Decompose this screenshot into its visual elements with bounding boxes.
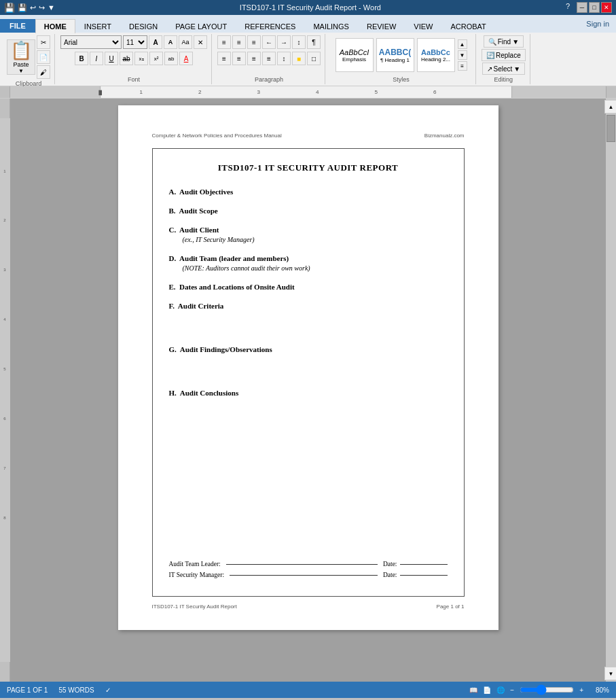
undo-icon[interactable]: ↩ bbox=[30, 3, 36, 12]
style-scroll-up[interactable]: ▲ bbox=[458, 39, 467, 49]
multilevel-list-btn[interactable]: ≡ bbox=[247, 35, 261, 49]
tab-mailings[interactable]: MAILINGS bbox=[304, 19, 358, 33]
style-scroll-down[interactable]: ▼ bbox=[458, 50, 467, 60]
italic-btn[interactable]: I bbox=[90, 52, 103, 65]
close-btn[interactable]: ✕ bbox=[601, 2, 612, 13]
align-left-btn[interactable]: ≡ bbox=[217, 52, 231, 65]
font-color-btn[interactable]: A bbox=[179, 52, 193, 65]
subscript-btn[interactable]: x₂ bbox=[134, 52, 148, 65]
svg-rect-2 bbox=[512, 86, 606, 98]
align-right-btn[interactable]: ≡ bbox=[247, 52, 261, 65]
scroll-up-btn[interactable]: ▲ bbox=[604, 100, 617, 113]
clipboard-content: 📋 Paste ▼ ✂ 📄 🖌 bbox=[7, 35, 50, 79]
sig-manager-line bbox=[230, 575, 378, 576]
header-left: Computer & Network Policies and Procedur… bbox=[152, 133, 282, 139]
tab-view[interactable]: VIEW bbox=[405, 19, 441, 33]
shading-btn[interactable]: ■ bbox=[292, 52, 306, 65]
vertical-scrollbar[interactable]: ▲ ▼ bbox=[606, 99, 616, 682]
font-shrink-btn[interactable]: A bbox=[164, 35, 177, 49]
tab-file[interactable]: FILE bbox=[0, 19, 35, 33]
strikethrough-btn[interactable]: ab bbox=[120, 52, 133, 65]
replace-button[interactable]: 🔄 Replace bbox=[482, 49, 526, 61]
editing-group: 🔍 Find ▼ 🔄 Replace ↗ Select ▼ Editing bbox=[477, 34, 530, 84]
font-grow-btn[interactable]: A bbox=[149, 35, 162, 49]
justify-btn[interactable]: ≡ bbox=[262, 52, 276, 65]
section-b-label: B. Audit Scope bbox=[169, 207, 218, 215]
doc-scroll-area[interactable]: Computer & Network Policies and Procedur… bbox=[10, 99, 606, 682]
clear-format-btn[interactable]: ✕ bbox=[194, 35, 207, 49]
style-more[interactable]: ≡ bbox=[458, 61, 467, 71]
svg-text:5: 5 bbox=[375, 90, 378, 95]
format-painter-button[interactable]: 🖌 bbox=[37, 65, 50, 79]
zoom-in-btn[interactable]: + bbox=[579, 686, 583, 694]
tab-home[interactable]: HOME bbox=[35, 19, 75, 33]
tab-insert[interactable]: INSERT bbox=[75, 19, 120, 33]
svg-text:4: 4 bbox=[316, 90, 319, 95]
tab-review[interactable]: REVIEW bbox=[358, 19, 405, 33]
align-center-btn[interactable]: ≡ bbox=[232, 52, 246, 65]
read-mode-icon[interactable]: 📖 bbox=[469, 686, 477, 694]
text-highlight-btn[interactable]: ab bbox=[164, 52, 178, 65]
scroll-down-btn[interactable]: ▼ bbox=[604, 667, 617, 680]
section-d-note: (NOTE: Auditors cannot audit their own w… bbox=[183, 264, 310, 272]
web-layout-icon[interactable]: 🌐 bbox=[496, 686, 505, 694]
paste-button[interactable]: 📋 Paste ▼ bbox=[7, 39, 35, 75]
print-layout-icon[interactable]: 📄 bbox=[483, 686, 491, 694]
zoom-level[interactable]: 80% bbox=[589, 686, 609, 694]
sort-btn[interactable]: ↕ bbox=[292, 35, 306, 49]
title-bar: 💾 💾 ↩ ↪ ▼ ITSD107-1 IT Security Audit Re… bbox=[0, 0, 616, 15]
tab-design[interactable]: DESIGN bbox=[120, 19, 166, 33]
customize-icon[interactable]: ▼ bbox=[48, 3, 55, 12]
help-btn[interactable]: ? bbox=[566, 2, 570, 13]
style-heading1[interactable]: AABBC( ¶ Heading 1 bbox=[376, 38, 414, 72]
sig-manager-label: IT Security Manager: bbox=[169, 572, 225, 578]
paste-dropdown-icon[interactable]: ▼ bbox=[18, 68, 24, 74]
font-family-select[interactable]: Arial bbox=[60, 35, 122, 49]
show-marks-btn[interactable]: ¶ bbox=[307, 35, 321, 49]
cut-button[interactable]: ✂ bbox=[37, 35, 50, 49]
maximize-btn[interactable]: □ bbox=[589, 2, 600, 13]
line-spacing-btn[interactable]: ↕ bbox=[277, 52, 291, 65]
zoom-slider[interactable] bbox=[520, 687, 574, 693]
font-size-select[interactable]: 11 bbox=[123, 35, 147, 49]
sig-leader-line bbox=[226, 564, 378, 565]
zoom-out-btn[interactable]: − bbox=[510, 686, 514, 694]
section-c-label: C. Audit Client bbox=[169, 226, 219, 234]
find-button[interactable]: 🔍 Find ▼ bbox=[484, 35, 524, 48]
change-case-btn[interactable]: Aa bbox=[179, 35, 192, 49]
svg-rect-12 bbox=[0, 118, 10, 662]
select-button[interactable]: ↗ Select ▼ bbox=[482, 63, 526, 75]
bullet-list-btn[interactable]: ≡ bbox=[217, 35, 231, 49]
header-right: Bizmanualz.com bbox=[424, 133, 465, 139]
style-heading2[interactable]: AaBbCc Heading 2... bbox=[417, 38, 455, 72]
decrease-indent-btn[interactable]: ← bbox=[262, 35, 276, 49]
find-dropdown-icon[interactable]: ▼ bbox=[512, 38, 519, 46]
numbered-list-btn[interactable]: ≡ bbox=[232, 35, 246, 49]
minimize-btn[interactable]: ─ bbox=[577, 2, 587, 13]
increase-indent-btn[interactable]: → bbox=[277, 35, 291, 49]
svg-text:2: 2 bbox=[198, 90, 201, 95]
page-info: PAGE 1 OF 1 bbox=[7, 686, 48, 694]
bold-btn[interactable]: B bbox=[75, 52, 88, 65]
quick-save-icon[interactable]: 💾 bbox=[18, 3, 27, 12]
copy-button[interactable]: 📄 bbox=[37, 50, 50, 64]
borders-btn[interactable]: □ bbox=[307, 52, 321, 65]
scroll-thumb[interactable] bbox=[606, 115, 615, 142]
tab-references[interactable]: REFERENCES bbox=[236, 19, 304, 33]
underline-btn[interactable]: U bbox=[105, 52, 118, 65]
page-content-box: ITSD107-1 IT SECURITY AUDIT REPORT A. Au… bbox=[152, 148, 465, 597]
editing-content: 🔍 Find ▼ 🔄 Replace ↗ Select ▼ bbox=[482, 35, 526, 75]
tab-acrobat[interactable]: ACROBAT bbox=[441, 19, 494, 33]
document-page: Computer & Network Policies and Procedur… bbox=[118, 105, 499, 630]
sign-in-link[interactable]: Sign in bbox=[579, 17, 616, 31]
superscript-btn[interactable]: x² bbox=[149, 52, 163, 65]
document-area: 1 2 3 4 5 6 7 8 Computer & Network Polic… bbox=[0, 99, 616, 682]
replace-icon: 🔄 bbox=[486, 52, 494, 59]
tab-page-layout[interactable]: PAGE LAYOUT bbox=[166, 19, 236, 33]
window-controls[interactable]: ? ─ □ ✕ bbox=[566, 2, 612, 13]
word-count: 55 WORDS bbox=[58, 686, 94, 694]
redo-icon[interactable]: ↪ bbox=[39, 3, 45, 12]
style-emphasis[interactable]: AaBbCcI Emphasis bbox=[336, 38, 374, 72]
svg-text:6: 6 bbox=[433, 90, 436, 95]
select-dropdown-icon[interactable]: ▼ bbox=[513, 65, 520, 73]
